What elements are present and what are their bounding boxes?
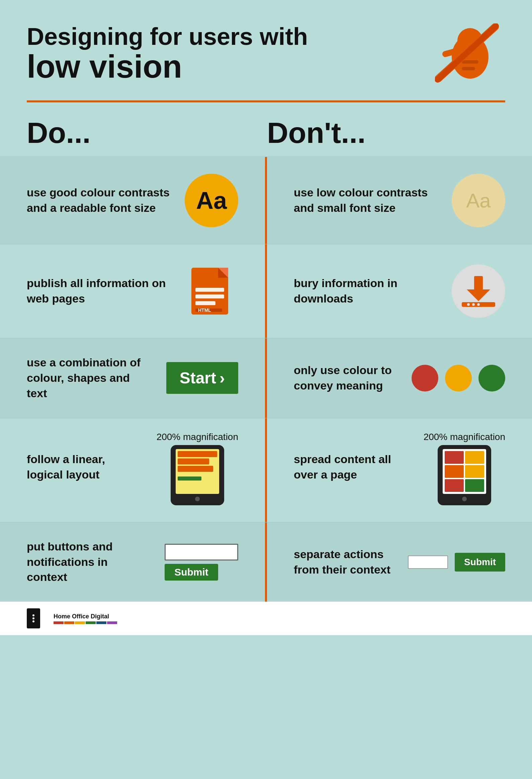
fb-green (86, 621, 96, 624)
dont-heading: Don't... (267, 116, 505, 150)
do-buttons-text: put buttons and notifications in context (27, 539, 151, 585)
magnification-label-good: 200% magnification (157, 432, 238, 442)
row-buttons: put buttons and notifications in context… (0, 522, 532, 602)
green-dot (478, 365, 505, 392)
svg-rect-11 (195, 288, 224, 292)
color-dots-display (412, 365, 505, 392)
do-heading: Do... (27, 116, 265, 150)
dont-buttons: separate actions from their context Subm… (267, 522, 532, 602)
svg-text:HTML: HTML (198, 307, 211, 313)
dont-colour-text: use low colour contrasts and small font … (294, 185, 438, 216)
fb-blue (96, 621, 106, 624)
row-colour-contrast: use good colour contrasts and a readable… (0, 157, 532, 244)
aa-good-circle: Aa (185, 174, 238, 227)
fb-orange (64, 621, 74, 624)
input-box-good[interactable] (165, 544, 238, 560)
do-buttons: put buttons and notifications in context… (0, 522, 265, 602)
tb-cell-6 (465, 479, 484, 492)
do-web-text: publish all information on web pages (27, 276, 175, 306)
svg-rect-12 (195, 294, 224, 298)
tablet-good-screen (176, 449, 219, 494)
tablet-row-accent (178, 477, 201, 481)
tablet-row-1 (178, 451, 217, 457)
do-colour-shapes: use a combination of colour, shapes and … (0, 338, 265, 418)
footer-logo: Home Office Digital (54, 613, 117, 624)
header-line2: low vision (27, 50, 432, 84)
dont-colour-only: only use colour to convey meaning (267, 338, 532, 418)
do-web-pages: publish all information on web pages HTM… (0, 244, 265, 338)
dont-download-text: bury information in downloads (294, 276, 438, 306)
footer-color-bar (54, 621, 117, 624)
svg-marker-17 (467, 290, 490, 301)
footer-org-name: Home Office Digital (54, 613, 117, 620)
tablet-bad-home-button (462, 496, 467, 501)
tb-cell-2 (465, 451, 484, 464)
dont-layout: spread content all over a page 200% magn… (267, 418, 532, 522)
yellow-dot (445, 365, 472, 392)
start-button-display: Start › (166, 362, 238, 394)
do-colour-text: use good colour contrasts and a readable… (27, 185, 171, 216)
do-layout-text: follow a linear, logical layout (27, 432, 143, 483)
eye-icon (432, 20, 505, 87)
tablet-good (171, 445, 224, 505)
tb-cell-1 (445, 451, 464, 464)
dont-buttons-text: separate actions from their context (294, 547, 395, 578)
tb-cell-3 (445, 465, 464, 478)
red-dot (412, 365, 438, 392)
submit-label-good: Submit (174, 566, 209, 578)
tablet-row-3 (178, 466, 213, 472)
tb-cell-5 (445, 479, 464, 492)
footer: Home Office Digital (0, 602, 532, 635)
tablet-home-button (195, 496, 200, 501)
do-layout: follow a linear, logical layout 200% mag… (0, 418, 265, 522)
button-context-good-display: Submit (165, 544, 238, 581)
tablet-bad-wrapper: 200% magnification (424, 432, 505, 505)
download-circle (452, 264, 505, 318)
submit-button-bad[interactable]: Submit (455, 553, 505, 572)
submit-button-good[interactable]: Submit (165, 564, 218, 581)
do-colour-contrast: use good colour contrasts and a readable… (0, 157, 265, 244)
tablet-bad (438, 445, 491, 505)
html-doc-icon: HTML (188, 261, 238, 321)
start-label: Start (180, 369, 216, 387)
row-colour-shapes: use a combination of colour, shapes and … (0, 338, 532, 418)
download-icon (452, 264, 505, 318)
fb-purple (107, 621, 117, 624)
content-rows: use good colour contrasts and a readable… (0, 157, 532, 602)
do-shapes-text: use a combination of colour, shapes and … (27, 355, 153, 401)
submit-label-bad: Submit (464, 557, 496, 567)
aa-bad-circle: Aa (452, 174, 505, 227)
row-web-pages: publish all information on web pages HTM… (0, 244, 532, 338)
columns-header: Do... Don't... (0, 102, 532, 157)
tb-cell-4 (465, 465, 484, 478)
tablet-row-2 (178, 459, 209, 465)
dont-colour-contrast: use low colour contrasts and small font … (267, 157, 532, 244)
dont-downloads: bury information in downloads (267, 244, 532, 338)
dont-layout-text: spread content all over a page (294, 432, 410, 483)
header-title: Designing for users with low vision (27, 23, 432, 84)
button-context-bad-display: Submit (408, 553, 505, 572)
button-context-good-icon: Submit (165, 544, 238, 581)
fb-red (54, 621, 64, 624)
tablet-bad-icon: 200% magnification (424, 432, 505, 505)
dont-colour-only-text: only use colour to convey meaning (294, 363, 398, 394)
tablet-good-icon: 200% magnification (157, 432, 238, 505)
color-dots-icon (412, 365, 505, 392)
input-box-bad[interactable] (408, 555, 448, 569)
button-context-bad-icon: Submit (408, 553, 505, 572)
svg-rect-13 (195, 301, 216, 305)
header: Designing for users with low vision (0, 0, 532, 100)
header-line1: Designing for users with (27, 23, 432, 50)
do-colour-icon: Aa (185, 174, 238, 227)
tablet-bad-screen (443, 449, 486, 494)
start-button-icon: Start › (166, 362, 238, 394)
dont-colour-icon: Aa (452, 174, 505, 227)
row-layout: follow a linear, logical layout 200% mag… (0, 418, 532, 522)
fb-yellow (75, 621, 85, 624)
magnification-label-bad: 200% magnification (424, 432, 505, 442)
chevron-right-icon: › (220, 369, 225, 387)
svg-rect-4 (462, 67, 475, 70)
svg-rect-3 (462, 60, 478, 64)
svg-point-19 (467, 303, 470, 306)
svg-point-20 (472, 303, 475, 306)
